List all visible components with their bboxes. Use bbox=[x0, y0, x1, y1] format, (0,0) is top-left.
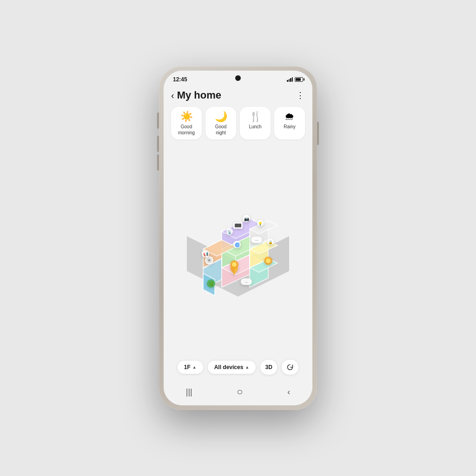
signal-icon bbox=[287, 77, 293, 82]
scene-cards: ☀️ Goodmorning 🌙 Goodnight 🍴 Lunch 🌧 Rai… bbox=[164, 105, 312, 145]
back-nav-button[interactable]: ‹ bbox=[278, 385, 299, 399]
battery-icon bbox=[295, 77, 303, 82]
device-dots1: ··· bbox=[251, 237, 262, 243]
floor-selector[interactable]: 1F ▲ bbox=[178, 361, 203, 374]
floorplan-area[interactable]: 📷 💡 🌀 bbox=[164, 145, 312, 355]
device-bulb-right bbox=[264, 257, 272, 265]
devices-label: All devices bbox=[214, 364, 244, 370]
svg-rect-47 bbox=[235, 224, 241, 227]
page-title: My home bbox=[177, 89, 221, 101]
device-lamp: 💡 bbox=[257, 220, 264, 226]
floor-arrow: ▲ bbox=[192, 365, 197, 370]
svg-text:···: ··· bbox=[245, 280, 248, 284]
floor-label: 1F bbox=[184, 364, 191, 370]
reset-button[interactable] bbox=[282, 360, 298, 375]
device-tv bbox=[233, 223, 243, 229]
rainy-icon: 🌧 bbox=[284, 112, 295, 122]
device-fan: 🌀 bbox=[233, 241, 241, 248]
svg-point-32 bbox=[232, 262, 237, 267]
devices-arrow: ▲ bbox=[245, 365, 249, 370]
floorplan-svg: 📷 💡 🌀 bbox=[178, 190, 298, 311]
good-night-label: Goodnight bbox=[215, 124, 226, 136]
device-camera: 📷 bbox=[243, 215, 250, 222]
status-time: 12:45 bbox=[173, 76, 187, 83]
svg-point-34 bbox=[266, 258, 271, 263]
app-header: ‹ My home ⋮ bbox=[164, 85, 312, 105]
recents-button[interactable]: ||| bbox=[177, 385, 202, 399]
svg-text:🌀: 🌀 bbox=[235, 242, 240, 248]
3d-button[interactable]: 3D bbox=[260, 360, 277, 375]
phone-screen: 12:45 ‹ My home bbox=[164, 71, 312, 405]
scene-lunch[interactable]: 🍴 Lunch bbox=[240, 107, 271, 139]
lunch-icon: 🍴 bbox=[249, 112, 262, 122]
lunch-label: Lunch bbox=[249, 124, 261, 130]
reset-icon bbox=[286, 364, 294, 371]
svg-point-37 bbox=[208, 259, 210, 261]
camera-notch bbox=[235, 75, 241, 81]
device-lock: 🔒 bbox=[267, 238, 274, 245]
scene-rainy[interactable]: 🌧 Rainy bbox=[274, 107, 305, 139]
device-dots2: ··· bbox=[241, 278, 252, 285]
bottom-controls: 1F ▲ All devices ▲ 3D bbox=[164, 355, 312, 380]
good-morning-icon: ☀️ bbox=[180, 112, 193, 122]
good-morning-label: Goodmorning bbox=[178, 124, 195, 136]
back-button[interactable]: ‹ bbox=[171, 90, 174, 101]
svg-text:🌿: 🌿 bbox=[209, 281, 214, 287]
nav-bar: ||| ○ ‹ bbox=[164, 380, 312, 405]
svg-text:💡: 💡 bbox=[258, 221, 263, 226]
phone-frame: 12:45 ‹ My home bbox=[159, 66, 317, 410]
home-button[interactable]: ○ bbox=[227, 384, 252, 400]
app-content: ‹ My home ⋮ ☀️ Goodmorning 🌙 Goodnight 🍴… bbox=[164, 85, 312, 380]
svg-text:📷: 📷 bbox=[244, 216, 250, 222]
header-left: ‹ My home bbox=[171, 89, 221, 101]
rainy-label: Rainy bbox=[284, 124, 296, 130]
svg-text:📡: 📡 bbox=[227, 230, 232, 234]
status-icons bbox=[287, 77, 303, 82]
device-speaker: 📢 bbox=[202, 250, 209, 258]
good-night-icon: 🌙 bbox=[215, 112, 227, 122]
device-sensor: 📡 bbox=[226, 228, 233, 235]
more-button[interactable]: ⋮ bbox=[296, 90, 305, 100]
svg-text:🔒: 🔒 bbox=[268, 240, 273, 245]
device-outdoor: 🌿 bbox=[207, 279, 215, 288]
status-bar: 12:45 bbox=[164, 71, 312, 85]
scene-good-morning[interactable]: ☀️ Goodmorning bbox=[171, 107, 202, 139]
scene-good-night[interactable]: 🌙 Goodnight bbox=[205, 107, 236, 139]
floorplan-container: 📷 💡 🌀 bbox=[178, 190, 298, 311]
svg-text:📢: 📢 bbox=[203, 251, 209, 257]
svg-text:···: ··· bbox=[255, 238, 258, 243]
devices-selector[interactable]: All devices ▲ bbox=[208, 361, 256, 374]
